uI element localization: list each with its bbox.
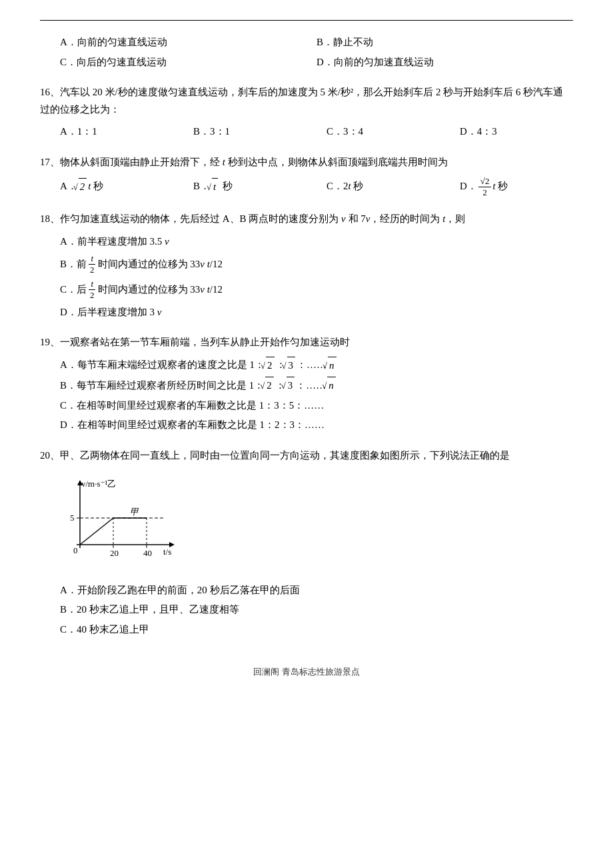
q20-option-a: A．开始阶段乙跑在甲的前面，20 秒后乙落在甲的后面 [60,581,573,601]
q18b-fraction: t 2 [88,253,97,275]
x-axis-label: t/s [163,547,171,557]
question-17: 17、物体从斜面顶端由静止开始滑下，经 t 秒到达中点，则物体从斜面顶端到底端共… [40,154,573,199]
q15-options-row2: C．向后的匀速直线运动 D．向前的匀加速直线运动 [60,53,573,73]
q17-options: A． 2 √ t 秒 B． t √ 秒 C．2t 秒 D． √2 2 t 秒 [60,175,573,199]
q20-text: 20、甲、乙两物体在同一直线上，同时由一位置向同一方向运动，其速度图象如图所示，… [40,447,573,465]
question-18: 18、作匀加速直线运动的物体，先后经过 A、B 两点时的速度分别为 v 和 7v… [40,211,573,322]
velocity-graph: v/m·s⁻¹乙 t/s 5 20 40 0 [60,475,180,574]
q20-option-b: B．20 秒末乙追上甲，且甲、乙速度相等 [60,600,573,620]
q16-option-d: D．4：3 [460,122,593,142]
q18-option-b: B．前 t 2 时间内通过的位移为 33v t /12 [60,251,573,277]
q15-option-a: A．向前的匀速直线运动 [60,33,316,53]
q15-option-d: D．向前的匀加速直线运动 [316,53,573,73]
velocity-graph-svg: v/m·s⁻¹乙 t/s 5 20 40 0 [60,475,180,568]
q17-text: 17、物体从斜面顶端由静止开始滑下，经 t 秒到达中点，则物体从斜面顶端到底端共… [40,154,573,171]
y-axis-label: v/m·s⁻¹乙 [81,479,116,489]
q15-options-row1: A．向前的匀速直线运动 B．静止不动 [60,33,573,53]
q19-option-b: B．每节车厢经过观察者所经历时间之比是 1： 2 √ ： 3 √ ：…… n √ [60,375,573,396]
question-19: 19、一观察者站在第一节车厢前端，当列车从静止开始作匀加速运动时 A．每节车厢末… [40,334,573,435]
jia-label: 甲 [130,507,139,517]
q15-option-b: B．静止不动 [316,33,573,53]
q16-option-b: B．3：1 [193,122,326,142]
footer-text: 回澜阁 青岛标志性旅游景点 [253,667,359,677]
y-value-5: 5 [70,513,75,523]
x-value-20: 20 [110,548,119,558]
q18-text: 18、作匀加速直线运动的物体，先后经过 A、B 两点时的速度分别为 v 和 7v… [40,211,573,228]
q18-option-d: D．后半程速度增加 3 v [60,303,573,323]
q19-option-a: A．每节车厢末端经过观察者的速度之比是 1： 2 √ ： 3 √ ：…… n √ [60,355,573,376]
q18-option-c: C．后 t 2 时间内通过的位移为 33v t /12 [60,277,573,302]
q17-option-a: A． 2 √ t 秒 [60,177,193,197]
question-16: 16、汽车以 20 米/秒的速度做匀速直线运动，刹车后的加速度为 5 米/秒²，… [40,84,573,142]
origin-label: 0 [73,545,78,555]
q16-option-c: C．3：4 [326,122,460,142]
x-value-40: 40 [143,548,152,558]
q18c-fraction: t 2 [88,279,97,300]
q20-option-c: C．40 秒末乙追上甲 [60,620,573,640]
q18-option-a: A．前半程速度增加 3.5 v [60,232,573,252]
q17-option-b: B． t √ 秒 [193,177,326,197]
q16-option-a: A．1：1 [60,122,193,142]
q17-option-d: D． √2 2 t 秒 [460,175,593,199]
q15-option-c: C．向后的匀速直线运动 [60,53,316,73]
footer: 回澜阁 青岛标志性旅游景点 [40,666,573,678]
q20-options: A．开始阶段乙跑在甲的前面，20 秒后乙落在甲的后面 B．20 秒末乙追上甲，且… [60,581,573,640]
q16-options: A．1：1 B．3：1 C．3：4 D．4：3 [60,122,573,142]
top-divider [40,20,573,21]
question-15-options: A．向前的匀速直线运动 B．静止不动 C．向后的匀速直线运动 D．向前的匀加速直… [40,33,573,72]
q17d-fraction: √2 2 [478,176,492,197]
question-20: 20、甲、乙两物体在同一直线上，同时由一位置向同一方向运动，其速度图象如图所示，… [40,447,573,640]
q18-options: A．前半程速度增加 3.5 v B．前 t 2 时间内通过的位移为 33v t … [60,232,573,322]
yi-line-rising [80,518,113,545]
q19-option-d: D．在相等时间里经过观察者的车厢数之比是 1：2：3：…… [60,415,573,435]
q16-text: 16、汽车以 20 米/秒的速度做匀速直线运动，刹车后的加速度为 5 米/秒²，… [40,84,573,118]
q19-text: 19、一观察者站在第一节车厢前端，当列车从静止开始作匀加速运动时 [40,334,573,351]
q19-options: A．每节车厢末端经过观察者的速度之比是 1： 2 √ ： 3 √ ：…… n √… [60,355,573,435]
q19-option-c: C．在相等时间里经过观察者的车厢数之比是 1：3：5：…… [60,396,573,416]
q17-option-c: C．2t 秒 [326,177,460,197]
